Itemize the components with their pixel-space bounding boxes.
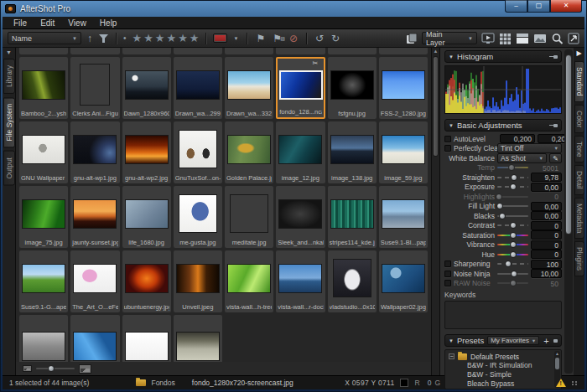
thumbnail-cell[interactable]: Sleek_and...nkahn.jpg (276, 186, 325, 248)
rating-star-icon[interactable]: ★ (132, 33, 143, 44)
slider[interactable] (497, 196, 528, 198)
tab-detail[interactable]: Detail (574, 165, 584, 195)
thumbnail-image[interactable] (125, 70, 169, 100)
collapse-icon[interactable]: ▼ (449, 54, 454, 59)
slider-handle[interactable] (510, 222, 517, 229)
thumbnail-cell-clipped[interactable] (174, 48, 222, 54)
minimize-button[interactable]: – (505, 0, 527, 13)
filter-funnel-icon[interactable] (98, 34, 109, 44)
slider-handle[interactable] (510, 251, 517, 258)
tab-metadata[interactable]: Metadata (574, 198, 584, 239)
tools-panel-scrollbar-thumb[interactable] (565, 54, 572, 235)
thumbnail-image[interactable] (22, 199, 65, 229)
thumbnail-cell[interactable]: GNU Wallpaper 2.jpg (19, 121, 68, 183)
thumbnail-image[interactable] (330, 70, 374, 100)
thumbnail-cell[interactable] (19, 315, 68, 362)
slider-handle[interactable] (511, 174, 517, 181)
thumbnail-cell-clipped[interactable] (122, 48, 171, 54)
slider-handle[interactable] (508, 164, 515, 171)
thumbnail-image[interactable] (73, 332, 117, 361)
thumbnail-image[interactable] (227, 135, 271, 164)
thumbnail-view-icon[interactable] (516, 33, 529, 44)
thumbnail-cell[interactable]: image_59.jpg (379, 121, 428, 183)
grid-scrollbar-thumb[interactable] (433, 56, 439, 157)
value-field[interactable]: 0 (531, 221, 562, 230)
thumbnail-cell[interactable] (122, 315, 171, 362)
checkbox[interactable] (444, 145, 451, 152)
thumbnail-cell[interactable]: jaunty-sunset.jpg (70, 186, 119, 248)
keywords-input[interactable] (444, 301, 562, 329)
thumbnail-cell-clipped[interactable] (19, 48, 68, 54)
slider[interactable] (497, 282, 528, 284)
tab-file-system[interactable]: File System (3, 97, 15, 147)
panel-expand-icon[interactable]: ▶ (576, 49, 581, 58)
slider-handle[interactable] (505, 260, 512, 267)
value-field[interactable]: 9,78 (531, 173, 562, 182)
tab-plugins[interactable]: Plugins (574, 241, 584, 276)
collapse-icon[interactable]: ▼ (449, 123, 454, 128)
slideshow-icon[interactable] (481, 33, 495, 44)
slider[interactable] (497, 177, 528, 178)
slider-handle[interactable] (510, 280, 517, 286)
slider[interactable] (497, 263, 528, 265)
checkbox[interactable] (444, 136, 451, 142)
value-field[interactable]: 10,00 (531, 269, 562, 278)
value-field[interactable]: 50 (531, 279, 562, 288)
slider-handle[interactable] (496, 193, 502, 200)
thumbnail-image[interactable] (80, 64, 110, 106)
grid-scrollbar[interactable]: ▲ (431, 48, 439, 375)
flag-review-icon[interactable]: ⚑ (271, 34, 283, 44)
slider[interactable] (497, 224, 528, 226)
thumbnail-image[interactable] (73, 199, 117, 229)
value-field[interactable]: 0,00 (531, 211, 562, 220)
menu-file[interactable]: File (8, 18, 33, 28)
thumbnail-image[interactable] (227, 70, 271, 100)
flag-pick-icon[interactable]: ⚑ (254, 34, 267, 44)
slider[interactable] (497, 215, 528, 217)
thumbnail-image[interactable] (382, 70, 425, 100)
tab-library[interactable]: Library (3, 59, 15, 94)
basic-adjustments-section-header[interactable]: ▼ Basic Adjustments (444, 119, 562, 132)
layers-icon[interactable] (406, 33, 418, 44)
thumbnail-image[interactable] (227, 264, 271, 293)
thumbnail-cell[interactable]: Drawn_wa...299_.jpg (174, 57, 222, 119)
eyedropper-icon[interactable]: ✎ (549, 153, 562, 163)
thumbnail-image[interactable] (176, 332, 220, 361)
zoom-out-thumbnail-icon[interactable] (23, 365, 32, 372)
thumbnail-cell[interactable]: vista-wall...r-dock.jpg (276, 250, 325, 312)
color-label-swatch[interactable] (213, 34, 227, 43)
color-label-dropdown-icon[interactable]: ▼ (231, 34, 240, 44)
thumbnail-cell[interactable]: fsfgnu.jpg (328, 57, 377, 119)
slider-handle[interactable] (511, 271, 517, 277)
thumbnail-cell[interactable]: stripes114_kde.jpg (328, 186, 377, 248)
sort-field-select[interactable]: Name ▼ (8, 32, 81, 44)
thumbnail-cell[interactable]: ✂fondo_128...ncast.jpg (276, 57, 325, 119)
slider[interactable] (497, 186, 528, 188)
thumbnail-cell[interactable]: Unveil.jpeg (174, 250, 222, 312)
thumbnail-cell[interactable]: life_1680.jpg (122, 186, 171, 248)
thumbnail-cell[interactable]: FSS-2_1280.jpg (379, 57, 428, 119)
thumbnail-image[interactable] (279, 70, 323, 100)
current-folder[interactable]: Fondos (151, 379, 174, 387)
thumbnail-image[interactable] (22, 264, 65, 293)
zoom-in-thumbnail-icon[interactable] (79, 364, 91, 374)
thumbnail-image[interactable] (73, 264, 117, 293)
menu-view[interactable]: View (62, 18, 92, 28)
value-field[interactable]: 0,200 (500, 134, 535, 143)
flag-reject-icon[interactable]: ⊘ (288, 34, 299, 44)
slider[interactable] (497, 205, 528, 207)
warning-icon[interactable] (556, 379, 566, 387)
menu-edit[interactable]: Edit (34, 18, 60, 28)
tab-tone[interactable]: Tone (574, 136, 584, 162)
thumbnail-image[interactable] (278, 264, 322, 293)
thumbnail-cell[interactable]: vista-wall...h-tree.jpg (225, 250, 273, 312)
slider[interactable] (497, 254, 528, 255)
thumbnail-cell[interactable]: Drawn_wa...332_.jpg (225, 57, 273, 119)
thumbnail-image[interactable] (125, 264, 169, 293)
thumbnail-cell[interactable] (174, 315, 222, 362)
presets-section-header[interactable]: ▼ Presets My Favorites ▼ + (444, 334, 562, 347)
slider-handle[interactable] (510, 241, 517, 248)
tab-standard[interactable]: Standard (574, 61, 584, 102)
thumbnail-cell[interactable]: image_138.jpg (328, 121, 377, 183)
thumbnail-image[interactable] (176, 264, 220, 293)
